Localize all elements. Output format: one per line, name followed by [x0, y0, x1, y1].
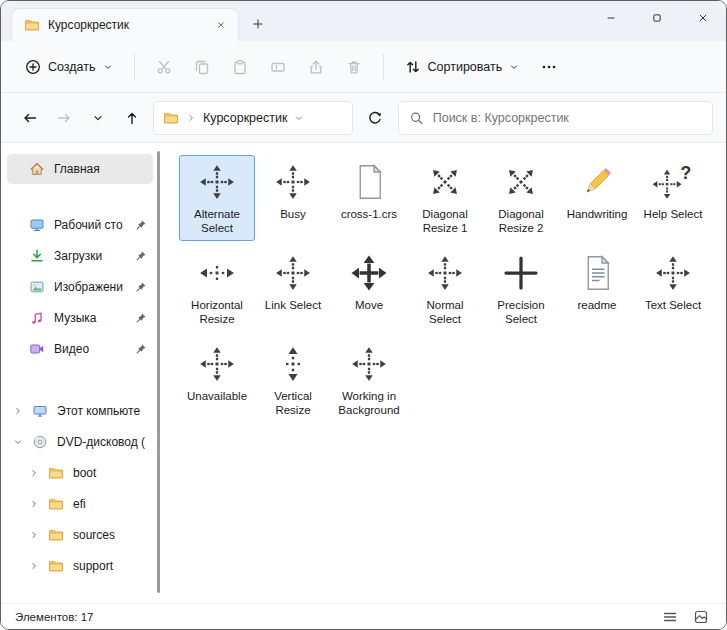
maximize-button[interactable] [634, 1, 680, 35]
cursor-crosshair-icon [653, 253, 693, 293]
sidebar-item-desktop[interactable]: Рабочий сто [7, 210, 153, 240]
chevron-right-icon[interactable] [29, 530, 39, 540]
file-item[interactable]: Busy [255, 155, 331, 241]
pin-icon [135, 250, 147, 262]
paste-button[interactable] [222, 50, 258, 84]
file-label: Unavailable [187, 389, 247, 403]
breadcrumb[interactable]: Курсоркрестик [203, 111, 287, 125]
arrow-right-icon [56, 110, 72, 126]
back-button[interactable] [14, 102, 45, 133]
chevron-right-icon[interactable] [29, 499, 39, 509]
trash-icon [346, 59, 362, 75]
plus-icon [252, 18, 264, 30]
cursor-crosshair-icon [197, 162, 237, 202]
sidebar-item-home[interactable]: Главная [7, 154, 153, 184]
tab-kursorkrestik[interactable]: Курсоркрестик [11, 8, 239, 41]
sidebar-spacer [1, 185, 161, 209]
file-item[interactable]: Text Select [635, 246, 711, 332]
file-item[interactable]: Help Select [635, 155, 711, 241]
file-item[interactable]: Normal Select [407, 246, 483, 332]
sidebar-item-dvd-drive[interactable]: DVD-дисковод ( [7, 427, 153, 457]
pin-icon [135, 281, 147, 293]
share-icon [308, 59, 324, 75]
file-item[interactable]: readme [559, 246, 635, 332]
sidebar-item-boot[interactable]: boot [7, 458, 153, 488]
chevron-down-icon [509, 62, 519, 72]
minimize-button[interactable] [588, 1, 634, 35]
forward-button[interactable] [48, 102, 79, 133]
rename-icon [270, 59, 286, 75]
music-icon [29, 310, 45, 326]
items-count: Элементов: 17 [15, 611, 93, 623]
search-box [398, 101, 713, 135]
file-item[interactable]: Precision Select [483, 246, 559, 332]
file-item[interactable]: Horizontal Resize [179, 246, 255, 332]
file-item[interactable]: Handwriting [559, 155, 635, 241]
folder-icon [48, 527, 64, 543]
folder-icon [48, 496, 64, 512]
file-label: Text Select [645, 298, 701, 312]
tab-close-button[interactable] [210, 14, 232, 36]
status-bar: Элементов: 17 [1, 603, 726, 629]
sidebar-scrollbar[interactable] [157, 151, 160, 593]
address-bar[interactable]: Курсоркрестик [153, 101, 353, 135]
share-button[interactable] [298, 50, 334, 84]
file-item[interactable]: Vertical Resize [255, 337, 331, 423]
pin-icon [135, 343, 147, 355]
large-icons-view-button[interactable] [688, 607, 714, 627]
cut-button[interactable] [146, 50, 182, 84]
refresh-button[interactable] [359, 102, 390, 133]
file-item[interactable]: cross-1.crs [331, 155, 407, 241]
file-item[interactable]: Diagonal Resize 1 [407, 155, 483, 241]
chevron-down-icon[interactable] [294, 113, 304, 123]
cursor-crosshair-icon [273, 253, 313, 293]
chevron-right-icon[interactable] [13, 406, 23, 416]
sidebar-item-music[interactable]: Музыка [7, 303, 153, 333]
rename-button[interactable] [260, 50, 296, 84]
file-item[interactable]: Alternate Select [179, 155, 255, 241]
sidebar-item-videos[interactable]: Видео [7, 334, 153, 364]
file-list-area: Alternate Select Busy cross-1.crs Diagon… [161, 143, 726, 603]
diagonal-resize-cursor-icon [425, 162, 465, 202]
search-input[interactable] [433, 111, 702, 125]
file-item[interactable]: Diagonal Resize 2 [483, 155, 559, 241]
computer-icon [32, 403, 48, 419]
sidebar-item-efi[interactable]: efi [7, 489, 153, 519]
file-item[interactable]: Working in Background [331, 337, 407, 423]
minimize-icon [605, 12, 617, 24]
diagonal-resize-cursor-icon [501, 162, 541, 202]
sidebar-item-downloads[interactable]: Загрузки [7, 241, 153, 271]
details-view-button[interactable] [657, 607, 683, 627]
up-button[interactable] [116, 102, 147, 133]
sidebar-item-pictures[interactable]: Изображени [7, 272, 153, 302]
new-tab-button[interactable] [243, 10, 273, 38]
copy-button[interactable] [184, 50, 220, 84]
file-item[interactable]: Link Select [255, 246, 331, 332]
delete-button[interactable] [336, 50, 372, 84]
chevron-down-icon[interactable] [13, 437, 23, 447]
chevron-right-icon[interactable] [29, 561, 39, 571]
chevron-right-icon[interactable] [29, 468, 39, 478]
sort-label: Сортировать [428, 60, 503, 74]
file-label: Horizontal Resize [182, 298, 252, 326]
history-dropdown-button[interactable] [82, 102, 113, 133]
file-label: Working in Background [334, 389, 404, 417]
sidebar-item-support[interactable]: support [7, 551, 153, 581]
create-button[interactable]: Создать [15, 51, 123, 83]
file-label: Diagonal Resize 2 [486, 207, 556, 235]
clipboard-icon [232, 59, 248, 75]
toolbar-separator [383, 54, 384, 80]
sort-button[interactable]: Сортировать [395, 51, 530, 83]
file-label: Help Select [644, 207, 703, 221]
sidebar-item-this-pc[interactable]: Этот компьюте [7, 396, 153, 426]
sidebar-item-sources[interactable]: sources [7, 520, 153, 550]
search-icon [409, 110, 424, 126]
tab-bar: Курсоркрестик [1, 1, 726, 41]
file-item[interactable]: Unavailable [179, 337, 255, 423]
scissors-icon [156, 59, 172, 75]
close-window-button[interactable] [680, 1, 726, 35]
file-item[interactable]: Move [331, 246, 407, 332]
more-options-button[interactable] [531, 50, 567, 84]
sidebar-item-label: Музыка [54, 311, 126, 325]
pictures-icon [29, 279, 45, 295]
